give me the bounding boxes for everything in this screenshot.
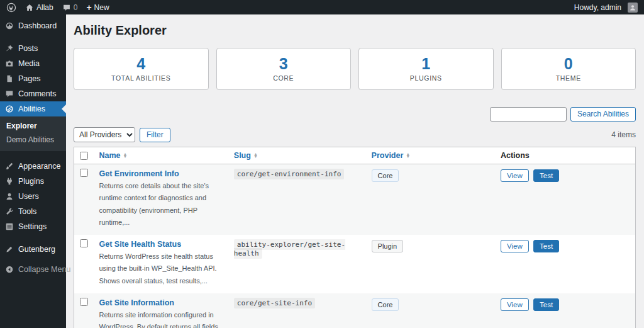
collapse-menu-button[interactable]: Collapse Menu [0, 262, 66, 277]
site-link[interactable]: Allab [25, 3, 53, 12]
provider-filter-select[interactable]: All Providers [74, 127, 135, 142]
ability-description: Returns WordPress site health status usi… [99, 251, 221, 287]
select-all-checkbox[interactable] [80, 152, 88, 160]
provider-badge: Plugin [372, 240, 404, 252]
sort-arrows-icon: ▲▼ [253, 153, 258, 158]
new-content-button[interactable]: + New [86, 3, 109, 12]
sidebar-item-pages[interactable]: Pages [0, 71, 66, 86]
table-row: Get Environment Info Returns core detail… [74, 164, 636, 235]
stat-value: 0 [564, 56, 573, 72]
sidebar-item-label: Pages [18, 74, 40, 83]
sidebar-item-tools[interactable]: Tools [0, 204, 66, 219]
comments-count: 0 [74, 3, 78, 12]
sidebar-item-label: Settings [18, 222, 47, 231]
sidebar-item-label: Collapse Menu [18, 265, 70, 274]
sidebar-item-media[interactable]: Media [0, 56, 66, 71]
ability-name-link[interactable]: Get Site Information [99, 298, 174, 307]
avatar [628, 3, 638, 13]
comments-bubble[interactable]: 0 [62, 3, 78, 12]
plug-icon [5, 177, 14, 186]
ability-slug: core/get-site-info [234, 298, 315, 308]
sidebar-item-abilities[interactable]: Abilities [0, 101, 66, 116]
row-checkbox[interactable] [80, 298, 88, 306]
abilities-table: Name▲▼ Slug▲▼ Provider▲▼ Actions Get Env… [74, 147, 636, 328]
sidebar-item-label: Media [18, 59, 40, 68]
stat-value: 4 [136, 56, 145, 72]
howdy-account-menu[interactable]: Howdy, admin [574, 3, 638, 13]
stat-card-theme: 0 Theme [501, 48, 636, 90]
ability-description: Returns site information configured in W… [99, 309, 221, 328]
sidebar-item-label: Plugins [18, 177, 44, 186]
column-header-actions: Actions [494, 147, 636, 164]
ability-description: Returns core details about the site's ru… [99, 180, 221, 229]
items-count-top: 4 items [611, 130, 636, 139]
dashboard-icon [5, 21, 14, 30]
table-row: Get Site Health Status Returns WordPress… [74, 235, 636, 293]
sidebar-item-gutenberg[interactable]: Gutenberg [0, 242, 66, 257]
stat-label: Theme [556, 74, 581, 82]
sidebar-item-settings[interactable]: Settings [0, 219, 66, 234]
ability-slug: core/get-environment-info [234, 169, 345, 179]
ability-name-link[interactable]: Get Site Health Status [99, 240, 182, 249]
stat-value: 3 [279, 56, 288, 72]
document-icon [5, 74, 14, 83]
sort-arrows-icon: ▲▼ [406, 153, 410, 158]
provider-badge: Core [372, 298, 399, 311]
sidebar-item-label: Posts [18, 44, 38, 53]
submenu-item-demo-abilities[interactable]: Demo Abilities [0, 133, 66, 147]
test-button[interactable]: Test [533, 240, 559, 252]
search-row: Search Abilities [74, 107, 636, 122]
new-label: New [94, 3, 109, 12]
sidebar-item-label: Abilities [18, 105, 45, 113]
plus-icon: + [86, 3, 91, 12]
stat-card-plugins: 1 Plugins [358, 48, 494, 90]
view-button[interactable]: View [501, 240, 529, 252]
submenu-item-explorer[interactable]: Explorer [0, 119, 66, 133]
sidebar-item-users[interactable]: Users [0, 189, 66, 204]
howdy-text: Howdy, admin [574, 3, 621, 12]
site-name: Allab [36, 3, 53, 12]
stat-card-total-abilities: 4 Total Abilities [74, 48, 209, 90]
sidebar-item-posts[interactable]: Posts [0, 41, 66, 56]
view-button[interactable]: View [501, 298, 529, 311]
column-header-provider[interactable]: Provider▲▼ [365, 147, 494, 164]
search-abilities-button[interactable]: Search Abilities [570, 107, 636, 122]
comment-icon [62, 3, 71, 12]
sidebar-item-comments[interactable]: Comments [0, 86, 66, 101]
sidebar-item-label: Tools [18, 207, 36, 216]
wordpress-logo-icon[interactable] [6, 3, 16, 13]
table-row: Get Site Information Returns site inform… [74, 293, 636, 328]
brush-icon [5, 162, 14, 171]
ability-name-link[interactable]: Get Environment Info [99, 169, 179, 178]
camera-icon [5, 59, 14, 68]
stat-card-core: 3 Core [216, 48, 352, 90]
sort-arrows-icon: ▲▼ [123, 153, 128, 158]
column-header-name[interactable]: Name▲▼ [93, 147, 228, 164]
sliders-icon [5, 222, 14, 231]
main-content: Ability Explorer 4 Total Abilities 3 Cor… [66, 14, 644, 328]
search-input[interactable] [490, 107, 567, 122]
admin-bar: Allab 0 + New Howdy, admin [0, 0, 644, 14]
row-checkbox[interactable] [80, 239, 88, 247]
sidebar-item-label: Users [18, 192, 39, 201]
sidebar-item-appearance[interactable]: Appearance [0, 159, 66, 174]
test-button[interactable]: Test [533, 298, 559, 311]
abilities-submenu: Explorer Demo Abilities [0, 116, 66, 151]
collapse-arrow-icon [5, 265, 14, 274]
sidebar-item-plugins[interactable]: Plugins [0, 174, 66, 189]
provider-badge: Core [372, 169, 399, 182]
stat-label: Total Abilities [111, 74, 170, 82]
test-button[interactable]: Test [533, 169, 559, 182]
row-checkbox[interactable] [80, 169, 88, 177]
stat-label: Plugins [410, 74, 442, 82]
stats-row: 4 Total Abilities 3 Core 1 Plugins 0 The… [74, 48, 636, 90]
stat-value: 1 [421, 56, 430, 72]
sidebar-item-dashboard[interactable]: Dashboard [0, 18, 66, 33]
ability-slug: ability-explorer/get-site-health [234, 239, 345, 259]
abilities-icon [5, 105, 14, 113]
filter-button[interactable]: Filter [140, 128, 170, 142]
column-header-slug[interactable]: Slug▲▼ [228, 147, 365, 164]
pushpin-icon [5, 44, 14, 53]
view-button[interactable]: View [501, 169, 529, 182]
user-icon [5, 192, 14, 201]
